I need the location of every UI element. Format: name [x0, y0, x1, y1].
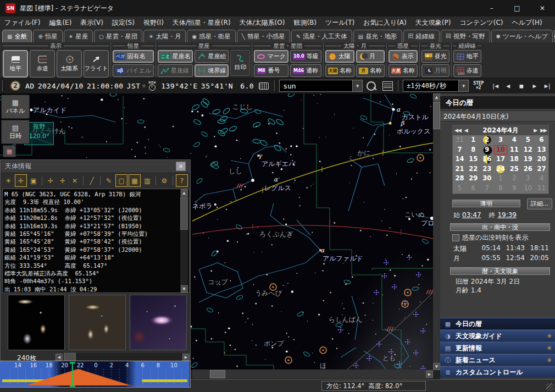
center-icon[interactable]: ✛	[45, 175, 56, 186]
calendar-day-29[interactable]: 29	[467, 174, 480, 184]
menu-item-4[interactable]: 視野(I)	[139, 18, 168, 27]
ribbon-button-太陽系[interactable]: 太陽系	[57, 50, 82, 78]
calendar-day-7[interactable]: 7	[480, 184, 494, 194]
accordion-天文現象ガイド[interactable]: ◑天文現象ガイド✳	[440, 330, 555, 341]
calendar-day-6[interactable]: 6	[467, 184, 480, 194]
tab-彗星・小惑星[interactable]: ╲彗星・小惑星	[237, 30, 290, 42]
longitude-field[interactable]: 139°42'E	[161, 82, 198, 90]
ribbon-button-赤道[interactable]: 2000赤道	[453, 64, 481, 77]
accordion-今日の暦[interactable]: ▦今日の暦	[440, 318, 555, 329]
calendar-day-7[interactable]: 7	[453, 145, 467, 155]
calendar-day-4[interactable]: 4	[507, 135, 521, 145]
quick-panel-icon[interactable]: ▦	[3, 145, 16, 157]
calendar-day-8[interactable]: 8	[494, 184, 508, 194]
ribbon-button-マーク[interactable]: マーク	[254, 50, 288, 63]
twilight-begin[interactable]: 03:47	[462, 211, 481, 219]
menu-item-1[interactable]: 編集(E)	[45, 18, 76, 27]
object-image-thumbnail[interactable]	[69, 295, 126, 350]
ribbon-button-番号[interactable]: M8番号	[254, 64, 288, 77]
calendar-day-2[interactable]: 2	[507, 174, 521, 184]
ribbon-button-等級[interactable]: 10.0等級	[290, 50, 321, 63]
ribbon-button-表示[interactable]: 表示	[389, 50, 418, 63]
calendar-day-28[interactable]: 28	[453, 174, 467, 184]
menu-item-0[interactable]: ファイル(F)	[0, 18, 45, 27]
thumbnail-scrollbar[interactable]: ◀ ▶	[56, 353, 190, 361]
close-button[interactable]: ✕	[530, 0, 555, 16]
menu-item-10[interactable]: 天文現象(P)	[411, 18, 456, 27]
stop-button[interactable]: ■	[514, 80, 528, 91]
jump-start-button[interactable]: |◀	[488, 80, 501, 91]
windows-icon[interactable]: ▢	[115, 174, 127, 187]
minimize-button[interactable]: –	[479, 0, 504, 16]
scroll-up-icon[interactable]: ▲	[433, 93, 440, 101]
ribbon-button-赤道[interactable]: 赤道	[30, 50, 55, 78]
ribbon-button-地平[interactable]: 地平	[3, 50, 28, 78]
ribbon-button-星座線[interactable]: 星座線	[158, 64, 193, 77]
step-back-button[interactable]: ◀	[501, 80, 514, 91]
calendar-day-19[interactable]: 19	[521, 154, 535, 164]
calendar-day-30[interactable]: 30	[480, 174, 494, 184]
panel-view-icon[interactable]: ▥	[142, 175, 153, 186]
calendar-day-10[interactable]: 10	[521, 184, 535, 194]
step-button[interactable]: STEP×2	[473, 81, 484, 90]
image-view-icon[interactable]: ▦	[129, 174, 141, 187]
menu-item-11[interactable]: コンテンツ(C)	[455, 18, 507, 27]
checkbox-icon[interactable]	[452, 234, 459, 241]
ribbon-button-月[interactable]: 月	[356, 50, 385, 63]
comet-brush-icon[interactable]: ╱	[86, 175, 97, 186]
scroll-thumb[interactable]	[180, 197, 188, 230]
menu-item-7[interactable]: 観測(B)	[289, 18, 321, 27]
settings-gear-icon[interactable]: ⚙	[159, 175, 170, 186]
calendar-day-12[interactable]: 12	[521, 145, 535, 155]
now-clock-icon[interactable]: NOW	[148, 81, 156, 91]
calendar-day-31[interactable]: 31	[453, 135, 467, 145]
calendar-day-11[interactable]: 11	[535, 184, 548, 194]
vscroll-thumb[interactable]	[433, 102, 440, 129]
ribbon-button-星座名[interactable]: こと星座名	[158, 50, 193, 63]
speed-combobox[interactable]: ±1分40秒/秒 ▼	[403, 80, 469, 92]
planet-rise-set-checkbox[interactable]: 惑星の出没時刻を表示	[452, 233, 529, 242]
calendar-day-23[interactable]: 23	[480, 164, 494, 174]
tab-視野・写野[interactable]: 回視野・写野	[441, 30, 490, 42]
tab-経緯線[interactable]: 田経緯線	[403, 30, 440, 42]
info-text-scrollbar[interactable]: ▲ ▼	[180, 189, 188, 292]
scroll-thumb[interactable]	[64, 353, 76, 361]
date-field[interactable]: 2024/04/10	[38, 82, 84, 90]
calendar-day-10[interactable]: 10	[494, 145, 508, 155]
ribbon-button-名称[interactable]: 火星名称	[389, 64, 418, 77]
menu-item-8[interactable]: ツール(T)	[321, 18, 359, 27]
timezone-label[interactable]: JST	[127, 82, 141, 90]
calendar-day-18[interactable]: 18	[507, 154, 521, 164]
calendar-day-20[interactable]: 20	[535, 154, 548, 164]
latitude-field[interactable]: 35°41'N	[201, 82, 233, 90]
twilight-end[interactable]: 19:39	[497, 211, 517, 219]
center-off-icon[interactable]: ✕	[69, 175, 80, 186]
calendar-day-9[interactable]: 9	[480, 145, 494, 155]
calendar-day-2[interactable]: 2	[480, 135, 494, 145]
calendar-day-3[interactable]: 3	[521, 174, 535, 184]
calendar-day-11[interactable]: 11	[507, 145, 521, 155]
maximize-button[interactable]: □	[504, 0, 530, 16]
menu-item-2[interactable]: 表示(V)	[76, 18, 108, 27]
tab-恒星[interactable]: ⊕恒星	[33, 30, 62, 42]
altitude-timeline[interactable]: 14161820220246810	[0, 361, 191, 388]
calendar-day-8[interactable]: 8	[467, 145, 480, 155]
calendar-day-25[interactable]: 25	[507, 164, 521, 174]
menu-item-12[interactable]: ヘルプ(H)	[507, 18, 546, 27]
time-field[interactable]: 21:00:00	[87, 82, 124, 90]
target-value[interactable]: sun	[280, 82, 352, 90]
tab-惑星・衛星[interactable]: ◉惑星・衛星	[187, 30, 235, 42]
scroll-up-icon[interactable]: ▲	[181, 189, 188, 196]
calendar-day-1[interactable]: 1	[494, 174, 508, 184]
calendar-day-27[interactable]: 27	[535, 164, 548, 174]
ribbon-button-地平[interactable]: 地平	[453, 50, 481, 63]
tab-ツール・ヘルプ[interactable]: ✱ツール・ヘルプ	[491, 30, 553, 42]
ribbon-button-境界線[interactable]: 境界線	[195, 64, 229, 77]
object-image-thumbnail[interactable]	[130, 295, 187, 350]
calendar-day-17[interactable]: 17	[494, 154, 508, 164]
accordion-更新情報[interactable]: ▤更新情報✳	[440, 342, 555, 354]
scroll-right-icon[interactable]: ▶	[182, 354, 190, 361]
jump-end-button[interactable]: ▶|	[541, 80, 554, 91]
calendar-next-month-icon[interactable]: ▶	[532, 128, 539, 133]
ribbon-button-昼光[interactable]: 昼光	[421, 50, 449, 63]
